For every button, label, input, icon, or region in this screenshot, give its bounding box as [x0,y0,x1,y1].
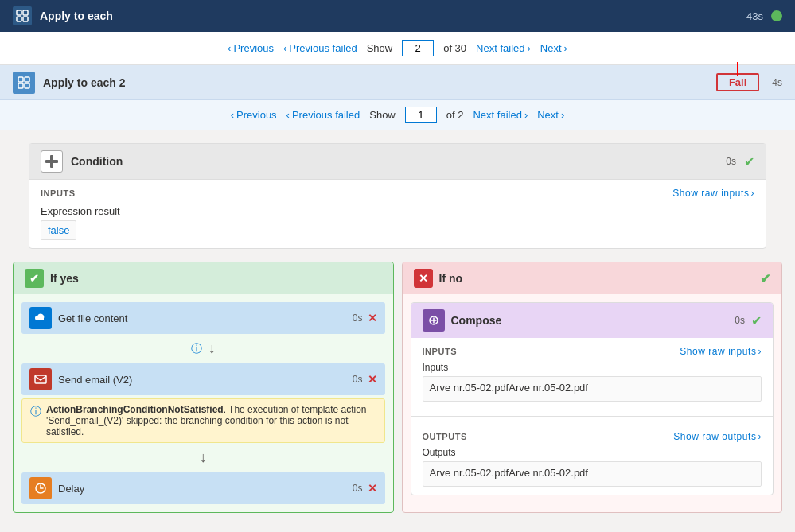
compose-inputs-label: INPUTS Show raw inputs › [423,346,762,357]
send-email-left: Send email (V2) [29,368,132,390]
if-no-header: ✕ If no ✔ [403,262,782,294]
outer-next-link[interactable]: Next › [540,42,567,54]
outer-page-input[interactable] [402,40,434,56]
cloud-icon [29,307,52,329]
inner-next-failed-label: Next failed [473,109,521,121]
down-arrow-icon: ↓ [208,340,216,357]
email-icon [29,368,52,390]
outer-nav-bar: ‹ Previous ‹ Previous failed Show of 30 … [0,32,795,65]
condition-block: Condition 0s ✔ INPUTS Show raw inputs › … [29,143,766,249]
delay-right: 0s ✕ [353,482,377,495]
arrow-between-1: ⓘ ↓ [21,337,385,360]
condition-success-icon: ✔ [744,154,754,169]
compose-show-raw-inputs-link[interactable]: Show raw inputs › [680,346,762,357]
if-yes-header-left: ✔ If yes [25,269,79,288]
section-header-left: Apply to each 2 [13,72,125,94]
outer-next-failed-label: Next failed [476,42,524,54]
condition-icon [41,150,63,173]
no-x-icon: ✕ [414,269,433,288]
inner-next-failed-link[interactable]: Next failed › [473,109,528,121]
inner-previous-link[interactable]: ‹ Previous [231,109,277,121]
inner-next-label: Next [537,109,559,121]
if-no-header-left: ✕ If no [414,269,463,288]
delay-close[interactable]: ✕ [368,482,377,495]
warning-text: ActionBranchingConditionNotSatisfied. Th… [46,404,376,437]
success-indicator [771,10,782,21]
send-email-right: 0s ✕ [353,373,377,386]
if-no-branch: ✕ If no ✔ [402,262,783,513]
compose-time: 0s [735,315,745,326]
top-bar-left: Apply to each [13,6,113,25]
show-raw-inputs-link[interactable]: Show raw inputs › [672,188,754,199]
svg-rect-3 [23,17,28,21]
if-no-success-icon: ✔ [760,271,770,286]
compose-outputs-sublabel: Outputs [423,447,762,458]
get-file-content-left: Get file content [29,307,127,329]
inner-show-label: Show [369,109,396,121]
warning-info-icon: ⓘ [30,405,41,437]
delay-action: Delay 0s ✕ [21,472,385,504]
chevron-right-icon: › [528,42,531,54]
outer-previous-failed-link[interactable]: ‹ Previous failed [283,42,357,54]
apply-to-each-2-title: Apply to each 2 [43,76,125,89]
delay-time: 0s [353,483,363,494]
send-email-label: Send email (V2) [58,374,132,386]
condition-time: 0s [726,156,736,167]
inner-previous-failed-label: Previous failed [292,109,360,121]
get-file-content-label: Get file content [58,313,127,324]
outer-next-failed-link[interactable]: Next failed › [476,42,531,54]
condition-title: Condition [71,155,123,168]
get-file-content-time: 0s [353,313,363,324]
top-bar-title: Apply to each [40,10,113,22]
delay-left: Delay [29,477,84,499]
branches-container: ✔ If yes Get file content [13,262,782,513]
compose-icon [423,309,445,332]
compose-show-raw-outputs-link[interactable]: Show raw outputs › [673,431,762,442]
inner-chevron-right-icon: › [524,109,528,121]
svg-rect-1 [23,10,28,15]
svg-rect-10 [35,375,46,383]
top-bar-time: 43s [746,10,763,22]
main-content: Condition 0s ✔ INPUTS Show raw inputs › … [0,130,795,526]
svg-rect-0 [17,10,21,15]
get-file-content-close[interactable]: ✕ [368,312,377,324]
condition-header: Condition 0s ✔ [29,144,766,180]
inner-nav-bar: ‹ Previous ‹ Previous failed Show of 2 N… [0,100,795,130]
if-no-title: If no [439,272,463,285]
compose-block: Compose 0s ✔ INPUTS Show raw inputs [411,302,774,495]
apply-to-each-2-header: Apply to each 2 Fail 4s [0,65,795,100]
if-yes-header: ✔ If yes [14,262,393,294]
outer-show-label: Show [367,42,393,54]
condition-header-left: Condition [41,150,123,173]
inner-previous-failed-link[interactable]: ‹ Previous failed [286,109,360,121]
inner-page-input[interactable] [405,107,437,123]
compose-inputs-value: Arve nr.05-02.pdfArve nr.05-02.pdf [423,376,762,402]
compose-success-icon: ✔ [751,313,762,328]
outer-previous-label: Previous [233,42,274,54]
down-arrow-icon-2: ↓ [200,449,207,466]
if-yes-branch: ✔ If yes Get file content [13,262,394,513]
warning-row: ⓘ ActionBranchingConditionNotSatisfied. … [21,398,385,443]
if-yes-title: If yes [50,272,79,285]
compose-header: Compose 0s ✔ [411,303,774,338]
inner-previous-label: Previous [236,109,277,121]
inner-chevron-left-icon: ‹ [231,109,234,121]
apply-to-each-2-time: 4s [772,77,782,88]
compose-chevron-right: › [758,346,762,357]
warning-bold: ActionBranchingConditionNotSatisfied [46,404,224,415]
compose-outputs-label: OUTPUTS Show raw outputs › [423,431,762,442]
send-email-close[interactable]: ✕ [368,373,377,386]
inner-next-link[interactable]: Next › [537,109,564,121]
inner-chevron-right-icon-2: › [561,109,564,121]
outer-previous-link[interactable]: ‹ Previous [228,42,274,54]
outer-next-label: Next [540,42,562,54]
svg-rect-6 [18,83,23,88]
compose-title: Compose [451,314,502,327]
compose-inputs-section: INPUTS Show raw inputs › Inputs Arve nr.… [411,338,774,410]
condition-inputs-label: INPUTS Show raw inputs › [41,188,754,199]
compose-inputs-sublabel: Inputs [423,362,762,373]
if-yes-content: Get file content 0s ✕ ⓘ ↓ [14,294,393,512]
send-email-action: Send email (V2) 0s ✕ [21,363,385,395]
outer-of-total: of 30 [443,42,466,54]
arrow-between-2: ↓ [21,446,385,469]
